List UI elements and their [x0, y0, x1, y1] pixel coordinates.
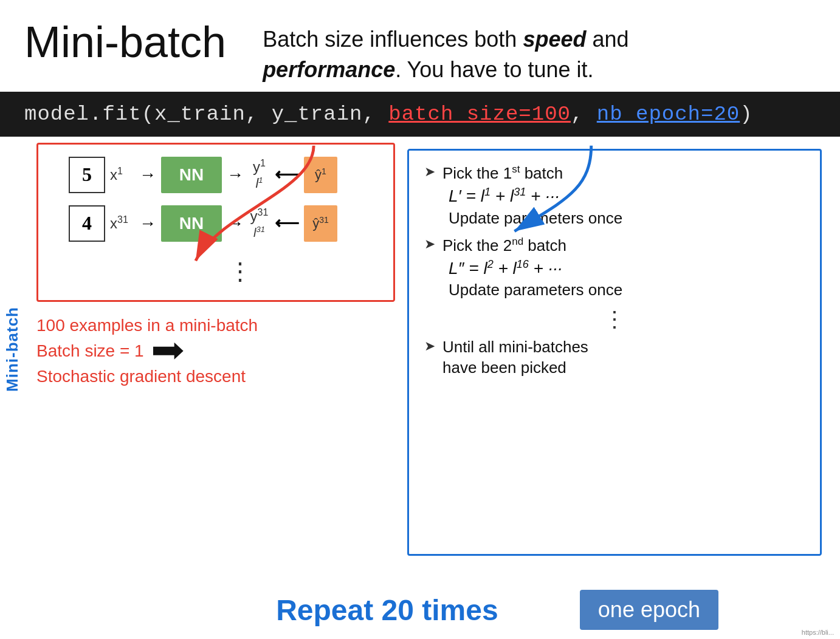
arrow-1: → [139, 165, 156, 185]
one-epoch-box: one epoch [580, 590, 718, 630]
l1-label: l1 [255, 176, 263, 191]
l31-label: l31 [253, 225, 265, 240]
desc-text3: . You have to tune it. [395, 57, 593, 82]
bullet-row-3: ➤ Until all mini-batches have been picke… [424, 337, 805, 378]
update-1: Update parameters once [449, 209, 805, 228]
double-arrow-2: ⟵ [275, 213, 299, 233]
code-epoch: nb_epoch=20 [597, 103, 740, 126]
main-content: Mini-batch 5 x1 → NN → y1 l1 ⟵ [0, 143, 840, 556]
x31-label: x31 [110, 214, 134, 232]
batch-size-row: Batch size = 1 [36, 338, 395, 364]
bullet-arrow-1: ➤ [424, 164, 435, 180]
arrow-2: → [227, 165, 244, 185]
output-col-2: y31 l31 [249, 207, 270, 240]
left-column: Mini-batch 5 x1 → NN → y1 l1 ⟵ [18, 143, 395, 556]
yhat-box-1: ŷ1 [304, 157, 337, 193]
nn-dots: ⋮ [99, 254, 381, 288]
yhat-box-2: ŷ31 [304, 205, 337, 242]
right-dots: ⋮ [424, 307, 805, 332]
right-column: ➤ Pick the 1st batch L′ = l1 + l31 + ···… [407, 149, 822, 556]
nn-block-1: NN [161, 157, 222, 193]
formula-2: L″ = l2 + l16 + ··· [449, 258, 805, 278]
nn-block-2: NN [161, 205, 222, 242]
arrow-4: → [227, 214, 244, 233]
code-suffix: ) [740, 103, 752, 126]
nn-box: 5 x1 → NN → y1 l1 ⟵ ŷ1 4 [36, 143, 395, 302]
black-arrow-icon [153, 343, 184, 360]
formula-1: L′ = l1 + l31 + ··· [449, 186, 805, 206]
desc-text1: Batch size influences both [263, 27, 523, 52]
desc-bold2: performance [263, 57, 395, 82]
output-col-1: y1 l1 [249, 158, 270, 191]
nn-row-1: 5 x1 → NN → y1 l1 ⟵ ŷ1 [69, 157, 381, 193]
desc-text2: and [586, 27, 628, 52]
bullet-text-3a: Until all mini-batches [442, 338, 588, 356]
code-batch: batch_size=100 [388, 103, 571, 126]
y1-label: y1 [249, 158, 270, 176]
bullet-text-3b: have been picked [442, 358, 566, 377]
input-image-1: 5 [69, 157, 105, 193]
header-description: Batch size influences both speed and per… [263, 18, 628, 86]
bullet-arrow-3: ➤ [424, 338, 435, 354]
bullet-item-1: ➤ Pick the 1st batch L′ = l1 + l31 + ···… [424, 163, 805, 228]
bullet-item-3: ➤ Until all mini-batches have been picke… [424, 337, 805, 378]
desc-bold1: speed [523, 27, 586, 52]
bullet-row-2: ➤ Pick the 2nd batch [424, 235, 805, 256]
code-prefix: model.fit(x_train, y_train, [24, 103, 388, 126]
sgd-text: Stochastic gradient descent [36, 364, 395, 389]
below-box-text: 100 examples in a mini-batch Batch size … [36, 313, 395, 389]
update-2: Update parameters once [449, 281, 805, 299]
yhat-label-1: ŷ1 [315, 166, 326, 183]
nn-diagram: 5 x1 → NN → y1 l1 ⟵ ŷ1 4 [69, 157, 381, 288]
bullet-text-1: Pick the 1st batch [442, 163, 563, 183]
bottom-row: Repeat 20 times one epoch [0, 590, 840, 630]
yhat-label-2: ŷ31 [312, 215, 329, 231]
bullet-item-2: ➤ Pick the 2nd batch L″ = l2 + l16 + ···… [424, 235, 805, 300]
code-middle: , [571, 103, 597, 126]
repeat-text: Repeat 20 times [213, 593, 562, 627]
page-title: Mini-batch [24, 18, 226, 66]
code-text: model.fit(x_train, y_train, batch_size=1… [24, 103, 753, 126]
x1-label: x1 [110, 166, 134, 183]
bullet-row-1: ➤ Pick the 1st batch [424, 163, 805, 183]
input-image-2: 4 [69, 205, 105, 242]
code-bar: model.fit(x_train, y_train, batch_size=1… [0, 92, 840, 137]
watermark: https://bli... [802, 629, 834, 636]
y31-label: y31 [249, 207, 270, 225]
double-arrow-1: ⟵ [275, 165, 299, 185]
bullet-arrow-2: ➤ [424, 236, 435, 252]
examples-text: 100 examples in a mini-batch [36, 313, 395, 338]
bullet-text-2: Pick the 2nd batch [442, 235, 566, 256]
header-section: Mini-batch Batch size influences both sp… [0, 0, 840, 92]
batch-size-label: Batch size = 1 [36, 338, 144, 364]
arrow-3: → [139, 214, 156, 233]
nn-row-2: 4 x31 → NN → y31 l31 ⟵ ŷ31 [69, 205, 381, 242]
mini-batch-rotated-label: Mini-batch [3, 307, 22, 392]
